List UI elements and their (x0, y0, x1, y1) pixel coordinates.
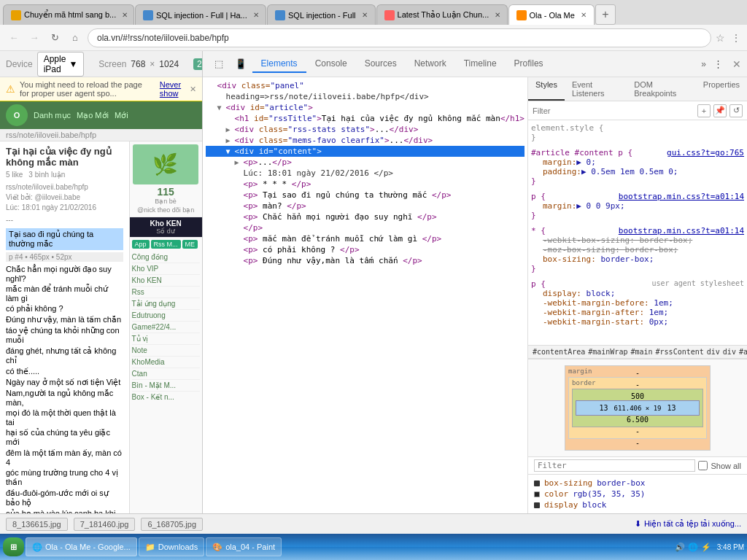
sidebar-item-12[interactable]: Box - Kết n... (132, 392, 200, 402)
tab-close-5[interactable]: ✕ (581, 11, 587, 19)
computed-filter-input[interactable] (534, 459, 695, 472)
breadcrumb-mainWrap[interactable]: #mainWrap (588, 348, 627, 356)
tab-3[interactable]: SQL injection - Full ✕ (267, 4, 376, 25)
devtools-close-button[interactable]: ✕ (732, 58, 741, 70)
chevron-down-icon: ▼ (69, 59, 77, 69)
sidebar-item-4[interactable]: Tải ứng dụng (132, 298, 200, 310)
styles-tab-properties[interactable]: Properties (696, 77, 747, 101)
show-all-label[interactable]: Show all (698, 461, 741, 470)
tab-profiles[interactable]: Profiles (506, 55, 552, 73)
taskbar-item-paint[interactable]: 🎨 ola_04 - Paint (206, 537, 282, 556)
tab-2[interactable]: SQL injection - Full | Ha... ✕ (135, 4, 266, 25)
tab-4[interactable]: Latest Thảo Luận Chun... ✕ (376, 4, 508, 25)
start-button[interactable]: ⊞ (3, 537, 24, 556)
sidebar-item-2[interactable]: Kho KEN (132, 275, 200, 287)
reload-button[interactable]: ↻ (47, 30, 63, 46)
tree-line-9[interactable]: <p> * * * </p> (206, 179, 525, 190)
tab-close-1[interactable]: ✕ (122, 11, 128, 19)
tab-console[interactable]: Console (306, 55, 356, 73)
sidebar-item-0[interactable]: Công đồng (132, 252, 200, 263)
tab-network[interactable]: Network (406, 55, 455, 73)
nav-item-3[interactable]: Mới (115, 111, 128, 120)
bookmark-button[interactable]: ☆ (716, 32, 725, 44)
tab-timeline[interactable]: Timeline (455, 55, 506, 73)
tree-line-1[interactable]: heading=>rss/note/iiloveii.babe/hpfp</di… (206, 91, 525, 102)
styles-tab-event-listeners[interactable]: Event Listeners (565, 77, 627, 101)
taskbar-item-downloads[interactable]: 📁 Downloads (139, 537, 204, 556)
css-source-2[interactable]: bootstrap.min.css?t=a01:14 (619, 192, 744, 201)
bottom-file-0[interactable]: 8_136615.jpg (6, 518, 68, 531)
css-source-3[interactable]: bootstrap.min.css?t=a01:14 (619, 226, 744, 236)
bottom-file-1[interactable]: 7_181460.jpg (74, 518, 136, 531)
select-element-button[interactable]: ⬚ (209, 54, 229, 74)
tab-close-3[interactable]: ✕ (362, 11, 368, 19)
tree-line-16[interactable]: <p> Đúng như vậy,màn là tấm chắn </p> (206, 255, 525, 266)
tree-line-14[interactable]: <p> mắc màn để tránh muỗi chứ làm gì </p… (206, 233, 525, 244)
show-all-downloads-button[interactable]: ⬇ Hiện tất cả tệp tải xuống... (635, 519, 741, 529)
sidebar-item-10[interactable]: Ctan (132, 368, 200, 380)
tree-line-6[interactable]: ▼ <div id="content"> (206, 146, 525, 157)
device-selector[interactable]: Apple iPad ▼ (37, 52, 85, 77)
breadcrumb-div1[interactable]: div (707, 348, 720, 356)
tab-close-2[interactable]: ✕ (253, 11, 259, 19)
styles-tab-dom-breakpoints[interactable]: DOM Breakpoints (627, 77, 696, 101)
tree-line-0[interactable]: <div class="panel" (206, 80, 525, 91)
tree-line-10[interactable]: <p> Tại sao đi ngủ chúng ta thường mắc <… (206, 190, 525, 201)
tree-line-12[interactable]: <p> Chắc hẳn mọi người đạo suy nghĩ </p> (206, 211, 525, 222)
settings-button[interactable]: ⋮ (731, 32, 741, 44)
sidebar-menu-rss[interactable]: Rss M... (151, 240, 181, 249)
taskbar-item-browser[interactable]: 🌐 Ola - Ola Me - Google... (26, 537, 137, 556)
tab-1[interactable]: Chuyển mã html sang b... ✕ (3, 4, 134, 25)
sidebar-item-1[interactable]: Kho VIP (132, 263, 200, 275)
computed-prop-value-0: border-box (597, 478, 645, 488)
home-button[interactable]: ⌂ (67, 30, 83, 46)
sidebar-item-5[interactable]: Edutruong (132, 310, 200, 322)
device-mode-button[interactable]: 📱 (231, 54, 251, 74)
bottom-file-2[interactable]: 6_168705.jpg (141, 518, 203, 531)
tree-line-13[interactable]: </p> (206, 222, 525, 233)
tree-line-5[interactable]: ▶ <div class="mems-favo clearfix">...</d… (206, 135, 525, 146)
styles-tab-styles[interactable]: Styles (528, 77, 565, 101)
refresh-button[interactable]: ↺ (729, 104, 743, 117)
sidebar-item-8[interactable]: Note (132, 345, 200, 357)
nav-item-1[interactable]: Danh mục (34, 111, 71, 120)
show-all-checkbox[interactable] (698, 461, 708, 470)
devtools-settings-button[interactable]: ⋮ (708, 54, 728, 74)
tree-line-11[interactable]: <p> màn? </p> (206, 201, 525, 211)
tree-line-2[interactable]: ▼ <div id="article"> (206, 102, 525, 113)
breadcrumb-div2[interactable]: div (723, 348, 736, 356)
tab-sources[interactable]: Sources (356, 55, 406, 73)
sidebar-item-9[interactable]: KhoMedia (132, 357, 200, 368)
breadcrumb-contentArea[interactable]: #contentArea (533, 348, 585, 356)
tab-close-4[interactable]: ✕ (495, 11, 500, 19)
breadcrumb-article[interactable]: #article (739, 348, 747, 356)
tree-line-8[interactable]: Lúc: 18:01 ngày 21/02/2016 </p> (206, 168, 525, 179)
sidebar-item-3[interactable]: Rss (132, 287, 200, 298)
never-show-link[interactable]: Never show (160, 80, 185, 98)
breadcrumb-main[interactable]: #main (630, 348, 652, 356)
tree-line-4[interactable]: ▶ <div class="rss-stats stats">...</div> (206, 124, 525, 135)
css-source-1[interactable]: gui.css?t=go:765 (667, 148, 744, 158)
tree-line-15[interactable]: <p> có phải không ? </p> (206, 244, 525, 255)
add-style-button[interactable]: + (697, 104, 711, 117)
back-button[interactable]: ← (6, 30, 22, 46)
more-tabs-button[interactable]: » (701, 59, 706, 69)
sidebar-item-6[interactable]: Game#22/4... (132, 322, 200, 333)
sidebar-item-11[interactable]: Bìn - Mặt M... (132, 380, 200, 392)
tab-5[interactable]: Ola - Ola Me ✕ (508, 4, 595, 25)
sidebar-item-7[interactable]: Tủ vị (132, 333, 200, 345)
tree-line-3[interactable]: <h1 id="rssTitle">Tại hại của việc đy ng… (206, 113, 525, 124)
new-tab-button[interactable]: + (595, 4, 616, 25)
nav-item-2[interactable]: Mạo Mới (77, 111, 109, 120)
tab-elements[interactable]: Elements (252, 55, 306, 73)
breadcrumb-rssContent[interactable]: #rssContent (656, 348, 704, 356)
toggle-pin-button[interactable]: 📌 (713, 104, 727, 117)
address-bar[interactable]: ola.vn/#!rss/note/iiloveii.babe/hpfp (88, 28, 711, 47)
forward-button[interactable]: → (26, 30, 42, 46)
sidebar-menu-me[interactable]: ME (182, 240, 198, 249)
warning-close-button[interactable]: ✕ (190, 85, 196, 94)
main-area: Device Apple iPad ▼ Screen 560 × 747 2 … (0, 51, 747, 513)
filter-input[interactable] (533, 106, 694, 115)
sidebar-menu-app[interactable]: App (132, 240, 150, 249)
tree-line-7[interactable]: ▶ <p>...</p> (206, 157, 525, 168)
